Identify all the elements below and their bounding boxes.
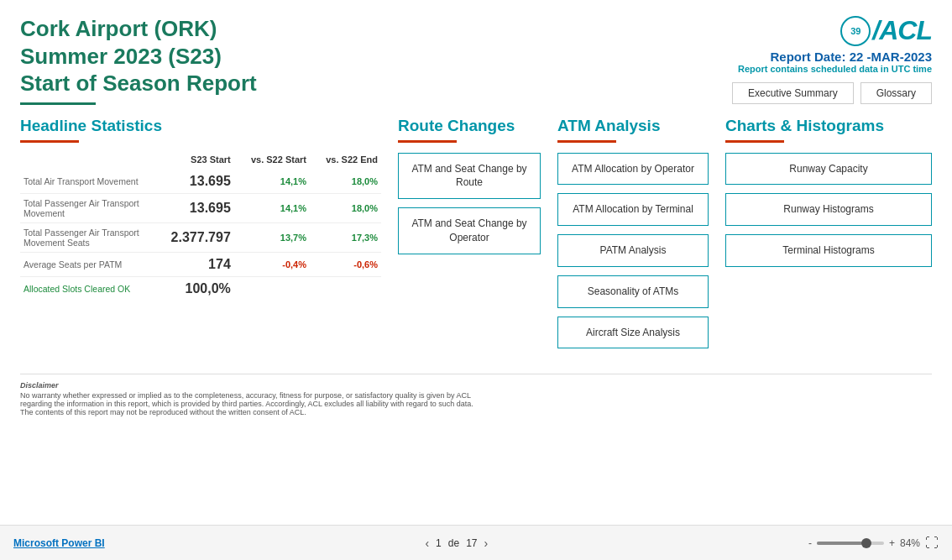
stats-label: Average Seats per PATM: [20, 252, 153, 276]
route-underline: [398, 140, 457, 143]
aircraft-size-button[interactable]: Aircraft Size Analysis: [557, 317, 709, 349]
atm-alloc-terminal-button[interactable]: ATM Allocation by Terminal: [557, 193, 709, 226]
runway-capacity-button[interactable]: Runway Capacity: [725, 153, 932, 186]
route-section: Route Changes ATM and Seat Change by Rou…: [381, 117, 541, 358]
logo-acl-text: /ACL: [872, 15, 932, 46]
next-page-button[interactable]: ›: [484, 536, 489, 550]
stats-vs22e-val: 17,3%: [310, 222, 381, 252]
atm-section: ATM Analysis ATM Allocation by Operator …: [541, 117, 709, 358]
title-block: Cork Airport (ORK) Summer 2023 (S23) Sta…: [20, 15, 257, 105]
stats-vs22e-val: 18,0%: [310, 193, 381, 222]
stats-main-val: 13.695: [153, 193, 233, 222]
charts-section: Charts & Histograms Runway Capacity Runw…: [709, 117, 932, 358]
stats-row: Allocated Slots Cleared OK100,0%: [20, 276, 381, 301]
col-vs22e: vs. S22 End: [310, 153, 381, 170]
report-date: Report Date: 22 -MAR-2023: [732, 50, 932, 64]
terminal-histograms-button[interactable]: Terminal Histograms: [725, 234, 932, 267]
stats-vs22s-val: [234, 276, 310, 301]
page-separator: de: [448, 537, 459, 549]
fullscreen-icon[interactable]: ⛶: [925, 536, 939, 551]
header: Cork Airport (ORK) Summer 2023 (S23) Sta…: [20, 15, 932, 105]
stats-vs22e-val: -0,6%: [310, 252, 381, 276]
disclaimer-text3: The contents of this report may not be r…: [20, 408, 932, 416]
route-title: Route Changes: [398, 117, 541, 135]
disclaimer: Disclaimer No warranty whether expressed…: [20, 374, 932, 416]
page-total: 17: [466, 537, 477, 549]
stats-label: Allocated Slots Cleared OK: [20, 276, 153, 301]
stats-vs22e-val: 18,0%: [310, 170, 381, 194]
stats-row: Total Air Transport Movement13.69514,1%1…: [20, 170, 381, 194]
headline-title: Headline Statistics: [20, 117, 381, 135]
runway-histograms-button[interactable]: Runway Histograms: [725, 193, 932, 226]
stats-label: Total Passenger Air Transport Movement: [20, 193, 153, 222]
stats-vs22s-val: -0,4%: [234, 252, 310, 276]
prev-page-button[interactable]: ‹: [425, 536, 429, 550]
col-vs22s: vs. S22 Start: [234, 153, 310, 170]
stats-table: S23 Start vs. S22 Start vs. S22 End Tota…: [20, 153, 381, 301]
stats-row: Total Passenger Air Transport Movement S…: [20, 222, 381, 252]
stats-label: Total Air Transport Movement: [20, 170, 153, 194]
atm-seat-route-button[interactable]: ATM and Seat Change by Route: [398, 153, 541, 200]
zoom-controls: - + 84% ⛶: [808, 536, 939, 551]
pagination: ‹ 1 de 17 ›: [425, 536, 488, 550]
page-title: Cork Airport (ORK) Summer 2023 (S23) Sta…: [20, 15, 257, 97]
logo-circle: 39: [840, 16, 871, 46]
report-utc: Report contains scheduled data in UTC ti…: [732, 64, 932, 74]
disclaimer-title: Disclaimer: [20, 381, 932, 390]
atm-underline: [557, 140, 616, 143]
main-container: Cork Airport (ORK) Summer 2023 (S23) Sta…: [0, 0, 952, 525]
executive-summary-button[interactable]: Executive Summary: [732, 82, 854, 104]
zoom-minus-button[interactable]: -: [808, 537, 812, 549]
stats-vs22e-val: [310, 276, 381, 301]
acl-logo: 39 /ACL: [732, 15, 932, 46]
charts-underline: [725, 140, 784, 143]
stats-vs22s-val: 14,1%: [234, 193, 310, 222]
stats-main-val: 174: [153, 252, 233, 276]
stats-main-val: 2.377.797: [153, 222, 233, 252]
disclaimer-text2: regarding the information in this report…: [20, 400, 932, 408]
power-bi-link[interactable]: Microsoft Power BI: [13, 537, 105, 549]
seasonality-atms-button[interactable]: Seasonality of ATMs: [557, 275, 709, 308]
patm-analysis-button[interactable]: PATM Analysis: [557, 234, 709, 267]
disclaimer-text1: No warranty whether expressed or implied…: [20, 391, 932, 400]
stats-vs22s-val: 14,1%: [234, 170, 310, 194]
logo-block: 39 /ACL Report Date: 22 -MAR-2023 Report…: [732, 15, 932, 104]
zoom-percent-label: 84%: [900, 537, 920, 549]
stats-label: Total Passenger Air Transport Movement S…: [20, 222, 153, 252]
glossary-button[interactable]: Glossary: [860, 82, 932, 104]
zoom-slider-thumb: [861, 538, 871, 548]
zoom-plus-button[interactable]: +: [889, 537, 895, 549]
atm-seat-operator-button[interactable]: ATM and Seat Change byOperator: [398, 207, 541, 254]
headline-section: Headline Statistics S23 Start vs. S22 St…: [20, 117, 381, 358]
page-current: 1: [436, 537, 442, 549]
stats-row: Average Seats per PATM174-0,4%-0,6%: [20, 252, 381, 276]
nav-buttons: Executive Summary Glossary: [732, 82, 932, 104]
stats-vs22s-val: 13,7%: [234, 222, 310, 252]
stats-main-val: 13.695: [153, 170, 233, 194]
zoom-slider[interactable]: [817, 542, 884, 545]
zoom-slider-fill: [817, 542, 862, 545]
col-s23: S23 Start: [153, 153, 233, 170]
col-label: [20, 153, 153, 170]
headline-underline: [20, 140, 79, 143]
atm-title: ATM Analysis: [557, 117, 709, 135]
bottom-bar: Microsoft Power BI ‹ 1 de 17 › - + 84% ⛶: [0, 525, 952, 560]
atm-alloc-operator-button[interactable]: ATM Allocation by Operator: [557, 153, 709, 186]
charts-title: Charts & Histograms: [725, 117, 932, 135]
content-area: Headline Statistics S23 Start vs. S22 St…: [20, 117, 932, 358]
stats-main-val: 100,0%: [153, 276, 233, 301]
title-underline: [20, 102, 96, 105]
stats-row: Total Passenger Air Transport Movement13…: [20, 193, 381, 222]
